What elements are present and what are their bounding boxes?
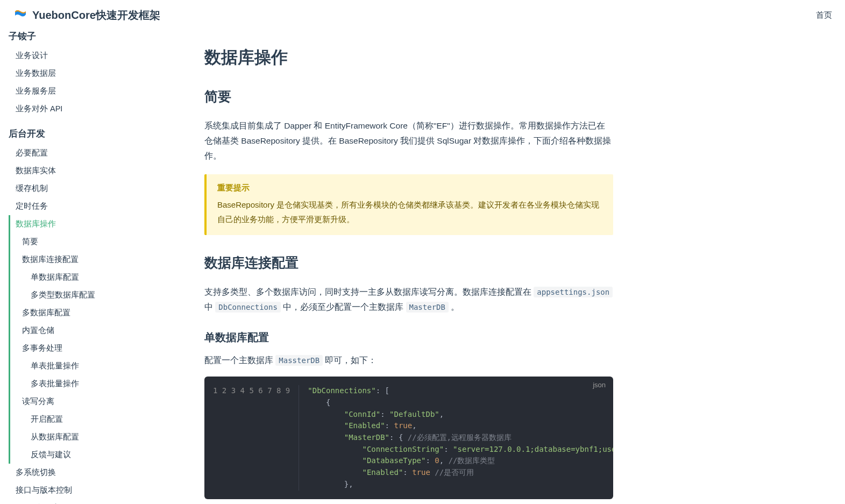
brief-paragraph: 系统集成目前集成了 Dapper 和 EntityFramework Core（…	[204, 118, 613, 164]
code-lang-label: json	[593, 381, 606, 389]
sidebar-item[interactable]: 多表批量操作	[9, 375, 159, 393]
sidebar-item[interactable]: 数据库操作	[9, 215, 159, 233]
sidebar-item[interactable]: 数据库连接配置	[9, 251, 159, 268]
nav-right: 首页	[816, 10, 832, 20]
sidebar-item[interactable]: 多系统切换	[9, 464, 159, 481]
sidebar-item[interactable]: 简要	[9, 233, 159, 251]
code-block: json 1 2 3 4 5 6 7 8 9 "DbConnections": …	[204, 377, 613, 499]
sidebar-item[interactable]: 开启配置	[9, 410, 159, 428]
tip-title: 重要提示	[217, 183, 602, 193]
page-title: 数据库操作	[204, 46, 613, 69]
section-single-db: 单数据库配置	[204, 330, 613, 345]
sidebar-section-backend: 后台开发	[9, 127, 159, 140]
line-numbers: 1 2 3 4 5 6 7 8 9	[204, 385, 299, 490]
sidebar-item[interactable]: 必要配置	[9, 144, 159, 162]
brand[interactable]: YuebonCore快速开发框架	[13, 7, 160, 24]
sidebar-item[interactable]: 接口与版本控制	[9, 481, 159, 499]
sidebar-item[interactable]: 缓存机制	[9, 180, 159, 197]
sidebar-item[interactable]: 读写分离	[9, 393, 159, 410]
code-masterdb: MasterDB	[406, 302, 449, 313]
code-dbconnections: DbConnections	[215, 302, 281, 313]
tip-content: BaseRepository 是仓储实现基类，所有业务模块的仓储类都继承该基类。…	[217, 197, 602, 226]
sidebar-item[interactable]: 单表批量操作	[9, 357, 159, 375]
db-config-paragraph: 支持多类型、多个数据库访问，同时支持一主多从数据库读写分离。数据库连接配置在 a…	[204, 285, 613, 315]
sidebar-item[interactable]: 业务设计	[9, 47, 159, 65]
sidebar-item[interactable]: 数据库实体	[9, 162, 159, 180]
code-appsettings: appsettings.json	[534, 287, 613, 297]
header: YuebonCore快速开发框架 首页	[0, 0, 845, 30]
sidebar-item[interactable]: 定时任务	[9, 197, 159, 215]
sidebar-item[interactable]: 多类型数据库配置	[9, 286, 159, 304]
single-db-paragraph: 配置一个主数据库 MassterDB 即可，如下：	[204, 353, 613, 368]
tip-block: 重要提示 BaseRepository 是仓储实现基类，所有业务模块的仓储类都继…	[204, 174, 613, 235]
sidebar-item[interactable]: 反馈与建议	[9, 446, 159, 464]
nav-home-link[interactable]: 首页	[816, 10, 832, 19]
brand-title: YuebonCore快速开发框架	[32, 8, 160, 23]
sidebar-item[interactable]: 多事务处理	[9, 339, 159, 357]
section-db-config: 数据库连接配置	[204, 254, 613, 275]
logo-icon	[13, 7, 28, 24]
code-massterdb: MassterDB	[275, 355, 323, 366]
sidebar-item[interactable]: 内置仓储	[9, 322, 159, 339]
sidebar-partial-title: 子铵子	[9, 30, 159, 42]
sidebar-item[interactable]: Saas 多租户	[9, 499, 159, 504]
sidebar-item[interactable]: 多数据库配置	[9, 304, 159, 322]
sidebar-item[interactable]: 业务服务层	[9, 82, 159, 100]
main-content: 数据库操作 简要 系统集成目前集成了 Dapper 和 EntityFramew…	[161, 30, 645, 504]
sidebar[interactable]: 子铵子业务设计业务数据层业务服务层业务对外 API后台开发必要配置数据库实体缓存…	[0, 30, 161, 504]
section-brief: 简要	[204, 88, 613, 109]
code-lines: "DbConnections": [ { "ConnId": "DefaultD…	[299, 385, 613, 490]
sidebar-item[interactable]: 业务数据层	[9, 65, 159, 82]
sidebar-item[interactable]: 单数据库配置	[9, 268, 159, 286]
sidebar-item[interactable]: 从数据库配置	[9, 428, 159, 446]
sidebar-item[interactable]: 业务对外 API	[9, 100, 159, 118]
